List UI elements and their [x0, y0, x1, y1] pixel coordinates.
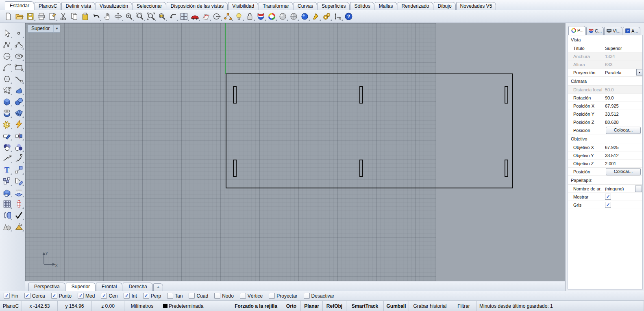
- group-objects-button[interactable]: [1, 175, 13, 187]
- panel-rectangle-geometry[interactable]: [226, 73, 513, 188]
- extrude-box-button[interactable]: [1, 187, 13, 198]
- menu-tab-disposicion-de-las-vistas[interactable]: Disposición de las vistas: [167, 2, 228, 10]
- new-file-button[interactable]: [3, 11, 14, 22]
- panel-tab-c[interactable]: C...: [586, 27, 604, 35]
- menu-tab-estandar[interactable]: Estándar: [5, 1, 34, 10]
- slot-cutout[interactable]: [505, 86, 508, 104]
- property-value-text[interactable]: (ninguno): [605, 186, 624, 191]
- cplane-map-button[interactable]: [200, 11, 211, 22]
- curve-boolean-button[interactable]: [1, 141, 13, 153]
- shade-sphere-2-button[interactable]: [288, 11, 299, 22]
- viewport-tab-derecha[interactable]: Derecha: [123, 283, 152, 291]
- scale-tool-button[interactable]: [13, 164, 24, 175]
- status-predeterminada[interactable]: Predeterminada: [160, 301, 230, 311]
- status-refobj[interactable]: RefObj: [323, 301, 346, 311]
- property-value-text[interactable]: 67.925: [605, 145, 619, 150]
- curved-surface-button[interactable]: [13, 84, 24, 96]
- copy-button[interactable]: [69, 11, 80, 22]
- mostrar-checkbox[interactable]: ✓: [605, 194, 611, 200]
- mesh-surface-button[interactable]: [13, 107, 24, 119]
- osnap-med-checkbox[interactable]: ✓: [78, 293, 84, 299]
- osnap-proyectar-checkbox[interactable]: [269, 293, 275, 299]
- slot-cutout[interactable]: [233, 160, 237, 177]
- status-orto[interactable]: Orto: [282, 301, 301, 311]
- spheres-button[interactable]: [13, 96, 24, 107]
- rectangle-button[interactable]: [13, 62, 24, 73]
- properties-colors-button[interactable]: [266, 11, 277, 22]
- panel-tab-vi[interactable]: Vi...: [604, 27, 622, 35]
- array-vertical-button[interactable]: [13, 198, 24, 209]
- status-planar[interactable]: Planar: [301, 301, 323, 311]
- extend-curve-button[interactable]: [1, 153, 13, 164]
- menu-tab-dibujo[interactable]: Dibujo: [434, 2, 456, 10]
- lock-button[interactable]: [244, 11, 255, 22]
- print-button[interactable]: [36, 11, 47, 22]
- shade-sphere-button[interactable]: [277, 11, 288, 22]
- dropdown-arrow-icon[interactable]: ▼: [636, 69, 643, 76]
- viewport-tab-frontal[interactable]: Frontal: [96, 283, 122, 291]
- viewport-tab-perspectiva[interactable]: Perspectiva: [28, 283, 65, 291]
- slot-cutout[interactable]: [359, 160, 363, 177]
- zoom-selected-button[interactable]: [157, 11, 168, 22]
- revolve-button[interactable]: [1, 107, 13, 119]
- osnap-desactivar-checkbox[interactable]: [304, 293, 310, 299]
- osnap-vertice-checkbox[interactable]: [240, 293, 246, 299]
- menu-tab-mallas[interactable]: Mallas: [375, 2, 397, 10]
- polygon-button[interactable]: [1, 73, 13, 84]
- status-smarttrack[interactable]: SmartTrack: [346, 301, 384, 311]
- status-gumball[interactable]: Gumball: [384, 301, 409, 311]
- osnap-cen-checkbox[interactable]: ✓: [101, 293, 107, 299]
- slot-cutout[interactable]: [233, 86, 237, 104]
- panel-tab-p[interactable]: P...: [568, 26, 586, 35]
- text-tool-button[interactable]: T: [1, 164, 13, 175]
- rotate-shape-button[interactable]: [13, 175, 24, 187]
- explode-button[interactable]: [13, 119, 24, 130]
- property-value-text[interactable]: Superior: [605, 46, 622, 51]
- curve-boolean-2-button[interactable]: [13, 141, 24, 153]
- property-value-text[interactable]: 2.001: [605, 161, 616, 166]
- panel-tab-a[interactable]: ?A...: [623, 27, 640, 35]
- surface-points-button[interactable]: [1, 84, 13, 96]
- split-button[interactable]: [13, 130, 24, 141]
- polyline-button[interactable]: [1, 39, 13, 50]
- status-grabar-historial[interactable]: Grabar historial: [409, 301, 451, 311]
- array-grid-button[interactable]: [1, 198, 13, 209]
- paste-button[interactable]: [80, 11, 91, 22]
- property-value-text[interactable]: 90.0: [605, 95, 614, 100]
- point-button[interactable]: [13, 28, 24, 39]
- blend-curve-button[interactable]: [13, 73, 24, 84]
- slot-cutout[interactable]: [505, 160, 508, 177]
- status-minutos-desde-ultimo-guardado-1[interactable]: Minutos desde último guardado: 1: [476, 301, 644, 311]
- gears-button[interactable]: [321, 11, 332, 22]
- menu-tab-visibilidad[interactable]: Visibilidad: [228, 2, 258, 10]
- rotate-view-button[interactable]: [113, 11, 124, 22]
- slot-cutout[interactable]: [359, 86, 363, 104]
- property-value-text[interactable]: 88.628: [605, 120, 619, 125]
- viewport-title[interactable]: Superior: [28, 25, 53, 32]
- primitives-button[interactable]: [1, 221, 13, 232]
- osnap-fin-checkbox[interactable]: ✓: [4, 293, 10, 299]
- viewport-layout-button[interactable]: [178, 11, 189, 22]
- arc-button[interactable]: [1, 62, 13, 73]
- select-arrow-button[interactable]: [1, 28, 13, 39]
- status-milimetros[interactable]: Milímetros: [124, 301, 160, 311]
- control-curve-button[interactable]: [13, 39, 24, 50]
- osnap-int-checkbox[interactable]: ✓: [124, 293, 130, 299]
- menu-tab-renderizado[interactable]: Renderizado: [398, 2, 433, 10]
- box-button[interactable]: [1, 96, 13, 107]
- menu-tab-definir-vista[interactable]: Definir vista: [61, 2, 95, 10]
- osnap-cerca-checkbox[interactable]: ✓: [24, 293, 30, 299]
- save-file-button[interactable]: [25, 11, 36, 22]
- property-value-text[interactable]: 67.925: [605, 104, 619, 108]
- osnap-tan-checkbox[interactable]: [167, 293, 173, 299]
- menu-tab-novedades-v5[interactable]: Novedades V5: [456, 2, 496, 10]
- zoom-dynamic-button[interactable]: [124, 11, 135, 22]
- viewport-menu-arrow-icon[interactable]: ▼: [53, 25, 60, 32]
- pyramid-hand-button[interactable]: [13, 221, 24, 232]
- status-z-0-00[interactable]: z 0.00: [92, 301, 124, 311]
- annotate-page-button[interactable]: [47, 11, 58, 22]
- pan-hand-button[interactable]: [102, 11, 113, 22]
- property-value-text[interactable]: 33.512: [605, 153, 619, 158]
- menu-tab-planosc[interactable]: PlanosC: [35, 2, 61, 10]
- zoom-window-button[interactable]: [135, 11, 146, 22]
